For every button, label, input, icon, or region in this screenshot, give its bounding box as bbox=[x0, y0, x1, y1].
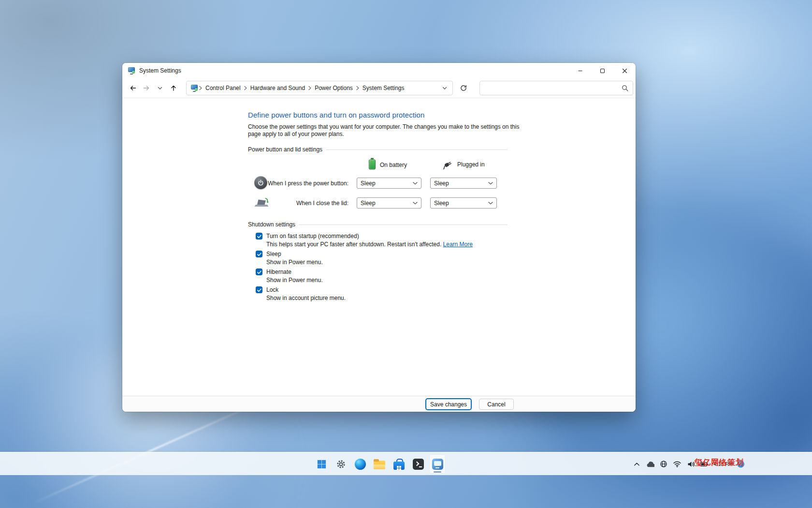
folder-icon bbox=[374, 461, 385, 469]
close-lid-plugged-in-select[interactable]: Sleep bbox=[430, 197, 497, 209]
fast-startup-label: Turn on fast startup (recommended) bbox=[266, 233, 359, 239]
hidden-icons-button[interactable] bbox=[632, 458, 641, 470]
shutdown-options: Turn on fast startup (recommended) This … bbox=[248, 233, 636, 301]
caption-buttons bbox=[569, 63, 636, 78]
windows-logo-icon bbox=[316, 459, 327, 470]
start-button[interactable] bbox=[313, 454, 330, 474]
wifi-tray-button[interactable] bbox=[673, 458, 682, 470]
active-app-taskbar-button[interactable] bbox=[429, 454, 446, 474]
network-tray-button[interactable] bbox=[659, 458, 668, 470]
fast-startup-description: This helps start your PC faster after sh… bbox=[248, 241, 636, 248]
cloud-icon bbox=[646, 460, 654, 468]
watermark-text: 玺亿网络策划 bbox=[695, 458, 744, 468]
check-icon bbox=[257, 252, 262, 257]
minimize-icon bbox=[576, 67, 584, 75]
plug-icon bbox=[440, 160, 453, 169]
fast-startup-checkbox[interactable] bbox=[256, 233, 262, 239]
chevron-down-icon bbox=[157, 85, 163, 91]
intro-line: Choose the power settings that you want … bbox=[248, 123, 636, 131]
up-arrow-icon bbox=[170, 84, 177, 92]
search-icon[interactable] bbox=[621, 84, 629, 92]
address-bar[interactable]: Control Panel Hardware and Sound Power O… bbox=[186, 81, 453, 95]
chevron-down-icon bbox=[442, 85, 448, 91]
power-button-icon bbox=[254, 176, 267, 189]
search-input[interactable] bbox=[484, 85, 621, 91]
check-icon bbox=[257, 269, 262, 275]
close-button[interactable] bbox=[613, 63, 636, 78]
lock-option: Lock Show in account picture menu. bbox=[248, 286, 636, 301]
lock-checkbox[interactable] bbox=[256, 286, 262, 293]
refresh-button[interactable] bbox=[457, 81, 470, 95]
microsoft-store-taskbar-button[interactable] bbox=[391, 454, 407, 474]
edge-browser-icon bbox=[355, 459, 366, 470]
back-arrow-icon bbox=[129, 84, 137, 92]
learn-more-link[interactable]: Learn More bbox=[443, 241, 473, 248]
dialog-footer: Save changes Cancel bbox=[122, 396, 636, 412]
file-explorer-taskbar-button[interactable] bbox=[371, 454, 388, 474]
settings-taskbar-button[interactable] bbox=[333, 454, 349, 474]
volume-tray-button[interactable] bbox=[686, 458, 695, 470]
select-value: Sleep bbox=[434, 180, 449, 187]
globe-icon bbox=[660, 460, 667, 468]
store-bag-icon bbox=[393, 459, 405, 470]
plugged-in-label: Plugged in bbox=[457, 161, 485, 168]
terminal-taskbar-button[interactable] bbox=[410, 454, 426, 474]
back-button[interactable] bbox=[126, 81, 140, 95]
gear-icon bbox=[335, 459, 347, 470]
breadcrumb-item-power-options[interactable]: Power Options bbox=[312, 85, 355, 91]
breadcrumb-item-control-panel[interactable]: Control Panel bbox=[203, 85, 243, 91]
sleep-option: Sleep Show in Power menu. bbox=[248, 251, 636, 266]
fast-startup-description-text: This helps start your PC faster after sh… bbox=[266, 241, 441, 248]
sleep-checkbox[interactable] bbox=[256, 251, 262, 257]
select-value: Sleep bbox=[434, 200, 449, 207]
cancel-button[interactable]: Cancel bbox=[479, 399, 514, 410]
power-button-row: When I press the power button: Sleep Sle… bbox=[248, 173, 508, 193]
close-lid-on-battery-select[interactable]: Sleep bbox=[357, 197, 421, 209]
hibernate-description: Show in Power menu. bbox=[248, 277, 636, 284]
intro-line: page apply to all of your power plans. bbox=[248, 131, 636, 138]
shutdown-section-header: Shutdown settings bbox=[248, 221, 508, 228]
sleep-description: Show in Power menu. bbox=[248, 259, 636, 266]
breadcrumb-item-system-settings[interactable]: System Settings bbox=[360, 85, 407, 91]
terminal-icon bbox=[413, 459, 424, 470]
close-icon bbox=[621, 67, 628, 75]
chevron-down-icon bbox=[488, 202, 493, 205]
power-button-on-battery-select[interactable]: Sleep bbox=[357, 178, 421, 189]
window-title: System Settings bbox=[139, 67, 181, 74]
hibernate-checkbox[interactable] bbox=[256, 269, 262, 275]
power-section-header: Power button and lid settings bbox=[248, 146, 508, 153]
save-changes-button[interactable]: Save changes bbox=[426, 399, 471, 410]
chevron-down-icon bbox=[413, 182, 418, 185]
select-value: Sleep bbox=[361, 200, 376, 207]
check-icon bbox=[257, 234, 262, 239]
plugged-in-header: Plugged in bbox=[440, 160, 485, 169]
address-dropdown-button[interactable] bbox=[439, 82, 450, 94]
window-icon bbox=[128, 67, 135, 75]
check-icon bbox=[257, 287, 262, 293]
speaker-icon bbox=[687, 461, 695, 468]
refresh-icon bbox=[460, 84, 467, 92]
maximize-icon bbox=[598, 67, 606, 75]
up-button[interactable] bbox=[167, 81, 180, 95]
hibernate-label: Hibernate bbox=[266, 269, 291, 275]
power-button-row-label: When I press the power button: bbox=[267, 180, 348, 187]
close-lid-row-label: When I close the lid: bbox=[267, 200, 348, 207]
titlebar: System Settings bbox=[122, 63, 636, 78]
on-battery-label: On battery bbox=[380, 161, 407, 168]
breadcrumb-item-hardware-and-sound[interactable]: Hardware and Sound bbox=[248, 85, 307, 91]
recent-pages-button[interactable] bbox=[153, 81, 167, 95]
power-section-title: Power button and lid settings bbox=[248, 146, 322, 153]
minimize-button[interactable] bbox=[569, 63, 591, 78]
maximize-button[interactable] bbox=[591, 63, 613, 78]
power-button-plugged-in-select[interactable]: Sleep bbox=[430, 178, 497, 189]
battery-icon bbox=[369, 160, 376, 170]
control-panel-icon bbox=[190, 84, 198, 92]
taskbar: 4:13 PM bbox=[0, 452, 812, 475]
shutdown-section-title: Shutdown settings bbox=[248, 221, 295, 228]
forward-button bbox=[140, 81, 153, 95]
edge-taskbar-button[interactable] bbox=[352, 454, 368, 474]
onedrive-tray-button[interactable] bbox=[646, 458, 654, 470]
breadcrumb-separator-icon bbox=[307, 85, 312, 91]
column-headers: On battery Plugged in bbox=[248, 156, 508, 173]
chevron-down-icon bbox=[488, 182, 493, 185]
